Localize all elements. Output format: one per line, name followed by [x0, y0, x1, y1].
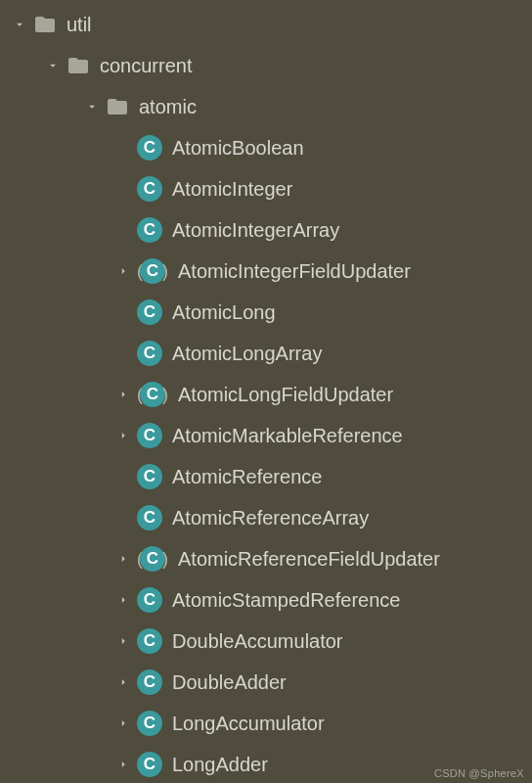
class-icon: C — [137, 217, 162, 243]
class-icon: C — [137, 135, 162, 161]
abstract-class-icon: (C) — [137, 382, 168, 407]
tree-class-item[interactable]: (C)AtomicReferenceFieldUpdater — [0, 538, 532, 579]
chevron-right-icon[interactable] — [110, 758, 137, 771]
tree-folder-atomic[interactable]: atomic — [0, 86, 532, 127]
tree-class-item[interactable]: CAtomicReference — [0, 456, 532, 497]
tree-folder-util[interactable]: util — [0, 4, 532, 45]
class-label: AtomicIntegerFieldUpdater — [178, 260, 411, 283]
class-label: AtomicBoolean — [172, 137, 304, 160]
class-icon: C — [137, 299, 162, 325]
tree-class-item[interactable]: CLongAccumulator — [0, 703, 532, 744]
class-icon: C — [137, 587, 162, 613]
class-label: AtomicIntegerArray — [172, 219, 339, 242]
tree-class-item[interactable]: CAtomicMarkableReference — [0, 415, 532, 456]
class-label: AtomicStampedReference — [172, 589, 400, 612]
class-label: AtomicReferenceFieldUpdater — [178, 548, 440, 571]
tree-class-item[interactable]: CAtomicBoolean — [0, 127, 532, 168]
watermark-text: CSDN @SphereX — [434, 767, 524, 779]
class-icon: C — [137, 176, 162, 202]
tree-class-item[interactable]: CDoubleAccumulator — [0, 621, 532, 662]
package-tree: util concurrent atomic CAtomicBooleanCAt… — [0, 0, 532, 783]
class-label: AtomicLong — [172, 301, 276, 324]
tree-class-item[interactable]: (C)AtomicIntegerFieldUpdater — [0, 251, 532, 292]
folder-label: concurrent — [100, 55, 193, 77]
tree-class-item[interactable]: (C)AtomicLongFieldUpdater — [0, 374, 532, 415]
class-icon: C — [137, 711, 162, 736]
class-label: LongAdder — [172, 754, 268, 776]
abstract-class-icon: (C) — [137, 546, 168, 572]
class-icon: C — [137, 464, 162, 489]
class-label: DoubleAccumulator — [172, 630, 343, 653]
tree-class-item[interactable]: CAtomicInteger — [0, 168, 532, 209]
class-label: AtomicLongArray — [172, 343, 322, 365]
tree-class-item[interactable]: CAtomicStampedReference — [0, 579, 532, 621]
chevron-right-icon[interactable] — [110, 264, 137, 278]
folder-icon — [106, 95, 129, 118]
chevron-right-icon[interactable] — [110, 593, 137, 607]
class-icon: C — [137, 752, 162, 777]
chevron-right-icon[interactable] — [110, 552, 137, 566]
class-icon: C — [137, 628, 162, 654]
tree-folder-concurrent[interactable]: concurrent — [0, 45, 532, 86]
chevron-down-icon[interactable] — [39, 59, 66, 72]
class-icon: C — [137, 505, 162, 530]
class-icon: C — [137, 423, 162, 448]
tree-class-item[interactable]: CDoubleAdder — [0, 662, 532, 703]
tree-class-item[interactable]: CAtomicReferenceArray — [0, 497, 532, 538]
class-label: AtomicReferenceArray — [172, 507, 369, 530]
chevron-down-icon[interactable] — [6, 18, 33, 31]
chevron-right-icon[interactable] — [110, 634, 137, 648]
folder-label: util — [66, 14, 92, 36]
folder-label: atomic — [139, 96, 197, 118]
chevron-right-icon[interactable] — [110, 388, 137, 401]
tree-class-item[interactable]: CAtomicIntegerArray — [0, 209, 532, 251]
class-icon: C — [137, 669, 162, 695]
folder-icon — [33, 13, 57, 36]
class-label: AtomicMarkableReference — [172, 425, 403, 447]
chevron-right-icon[interactable] — [110, 675, 137, 689]
tree-class-item[interactable]: CAtomicLong — [0, 292, 532, 333]
chevron-right-icon[interactable] — [110, 429, 137, 442]
class-icon: C — [137, 341, 162, 366]
folder-icon — [66, 54, 90, 77]
tree-class-item[interactable]: CAtomicLongArray — [0, 333, 532, 374]
class-label: AtomicInteger — [172, 178, 292, 201]
class-label: DoubleAdder — [172, 671, 287, 694]
abstract-class-icon: (C) — [137, 258, 168, 284]
class-label: LongAccumulator — [172, 713, 325, 735]
chevron-down-icon[interactable] — [78, 100, 106, 114]
chevron-right-icon[interactable] — [110, 716, 137, 730]
class-label: AtomicReference — [172, 466, 322, 488]
class-label: AtomicLongFieldUpdater — [178, 384, 393, 406]
